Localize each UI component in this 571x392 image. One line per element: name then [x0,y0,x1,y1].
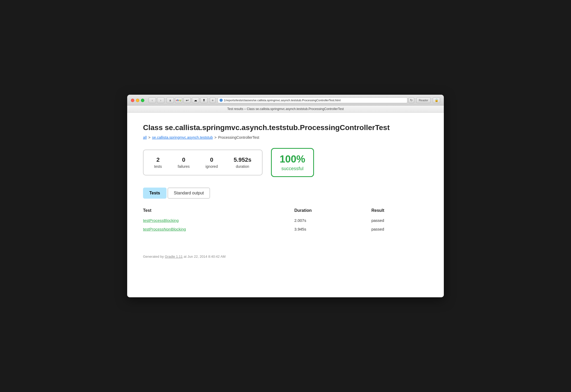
tab-standard-output[interactable]: Standard output [168,188,210,199]
extensions-icon[interactable]: 🔒 [433,97,440,103]
test-duration: 2.007s [289,216,366,225]
gradle-link[interactable]: Gradle 1.11 [165,255,183,259]
breadcrumb-all[interactable]: all [143,135,147,140]
titlebar: ‹ › a ebay ↩ ☁ ⬆ + 1/reports/tests/class… [127,95,444,106]
bookmark-icon[interactable]: ↩ [183,97,191,103]
ignored-value: 0 [206,156,218,163]
test-name-link[interactable]: testProcessBlocking [143,218,179,223]
col-header-result: Result [366,206,428,216]
test-result: passed [366,225,428,233]
browser-nav: ‹ › [149,97,164,103]
forward-button[interactable]: › [157,97,164,103]
back-button[interactable]: ‹ [149,97,156,103]
test-table: Test Duration Result testProcessBlocking… [143,206,428,233]
close-button[interactable] [131,99,134,102]
duration-label: duration [234,164,251,169]
amazon-bookmark[interactable]: a [166,97,174,103]
stat-ignored: 0 ignored [206,156,218,169]
page-heading: Class se.callista.springmvc.asynch.tests… [143,123,428,132]
address-text: 1/reports/tests/classes/se.callista.spri… [224,99,341,102]
tests-value: 2 [154,156,162,163]
browser-window: ‹ › a ebay ↩ ☁ ⬆ + 1/reports/tests/class… [127,95,444,297]
stat-failures: 0 failures [178,156,190,169]
test-name-link[interactable]: testProcessNonBlocking [143,227,186,231]
stats-row: 2 tests 0 failures 0 ignored 5.952s dura… [143,148,428,177]
page-footer: Generated by Gradle 1.11 at Jun 22, 2014… [143,255,428,259]
duration-value: 5.952s [234,156,251,163]
failures-value: 0 [178,156,190,163]
add-tab-button[interactable]: + [210,97,216,103]
success-badge: 100% successful [271,148,314,177]
breadcrumb-sep1: > [148,135,150,140]
page-title-bar: Test results – Class se.callista.springm… [127,106,444,113]
failures-label: failures [178,164,190,169]
breadcrumb-package[interactable]: se.callista.springmvc.asynch.teststub [152,135,213,140]
bookmark-buttons: a ebay ↩ ☁ ⬆ [166,97,208,103]
maximize-button[interactable] [141,99,144,102]
footer-text-before: Generated by [143,255,165,259]
table-row: testProcessBlocking 2.007s passed [143,216,428,225]
ebay-bookmark[interactable]: ebay [175,97,182,103]
col-header-duration: Duration [289,206,366,216]
minimize-button[interactable] [136,99,139,102]
tabs-row: Tests Standard output [143,188,428,199]
test-duration: 3.945s [289,225,366,233]
table-row: testProcessNonBlocking 3.945s passed [143,225,428,233]
col-header-test: Test [143,206,289,216]
cloud-icon[interactable]: ☁ [192,97,199,103]
browser-tab-title: Test results – Class se.callista.springm… [227,107,344,111]
test-result: passed [366,216,428,225]
breadcrumb-sep2: > [215,135,217,140]
breadcrumb-class: ProcessingControllerTest [218,135,259,140]
stat-duration: 5.952s duration [234,156,251,169]
refresh-button[interactable]: ↻ [408,97,414,103]
share-icon[interactable]: ⬆ [200,97,208,103]
traffic-lights [131,99,144,102]
tab-tests[interactable]: Tests [143,188,166,199]
stat-tests: 2 tests [154,156,162,169]
ignored-label: ignored [206,164,218,169]
address-bar: 1/reports/tests/classes/se.callista.spri… [218,97,414,103]
secure-icon [220,99,223,102]
success-label: successful [280,166,305,171]
success-percent: 100% [280,154,305,165]
tests-label: tests [154,164,162,169]
breadcrumb: all > se.callista.springmvc.asynch.tests… [143,135,428,140]
footer-text-after: at Jun 22, 2014 8:40:42 AM [183,255,226,259]
stats-box: 2 tests 0 failures 0 ignored 5.952s dura… [143,150,263,175]
address-input[interactable]: 1/reports/tests/classes/se.callista.spri… [218,97,407,103]
reader-button[interactable]: Reader [416,97,431,103]
page-content: Class se.callista.springmvc.asynch.tests… [127,113,444,297]
